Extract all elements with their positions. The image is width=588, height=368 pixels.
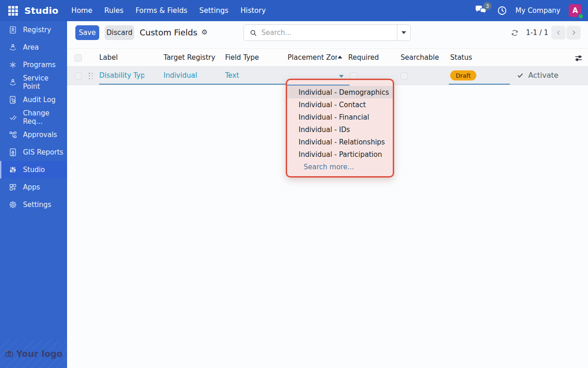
user-avatar[interactable]: A	[569, 4, 582, 17]
save-button[interactable]: Save	[75, 25, 99, 40]
menu-settings[interactable]: Settings	[198, 5, 230, 17]
table-header: Label Target Registry Field Type Placeme…	[67, 48, 588, 67]
sliders-filter-icon	[574, 54, 583, 63]
menu-forms-and-fields[interactable]: Forms & Fields	[135, 5, 188, 17]
sidebar-item-label: Settings	[23, 201, 51, 209]
sidebar-item-label: Approvals	[23, 131, 57, 139]
pagination-range: 1-1 / 1	[526, 29, 548, 37]
recent-activity-button[interactable]	[497, 6, 507, 16]
select-field-underline	[287, 85, 350, 86]
row-checkbox[interactable]	[74, 72, 82, 80]
menu-home[interactable]: Home	[70, 5, 93, 17]
sidebar-item-studio[interactable]: Studio	[0, 161, 67, 178]
sidebar-item-apps[interactable]: Apps	[0, 178, 67, 196]
company-menu[interactable]: My Company	[514, 6, 561, 15]
sidebar-item-label: Area	[23, 43, 39, 52]
previous-page-button[interactable]	[551, 26, 565, 40]
search-more-link[interactable]: Search more...	[287, 161, 393, 173]
cell-label[interactable]: Disability Typ	[99, 71, 144, 80]
column-header-text: Placement Zone	[288, 53, 337, 62]
messages-button[interactable]: 3	[474, 4, 490, 17]
messages-count-badge: 3	[483, 2, 492, 10]
grid-icon	[7, 5, 19, 17]
sidebar-item-label: Service Point	[23, 74, 67, 91]
sidebar-item-audit-log[interactable]: Audit Log	[0, 91, 67, 109]
left-sidebar: Registry Area Programs Service Point Aud…	[0, 21, 67, 368]
search-widget	[243, 24, 411, 41]
searchable-checkbox[interactable]	[401, 72, 408, 80]
chevron-right-icon	[571, 29, 577, 36]
page-title-text: Custom Fields	[140, 28, 198, 37]
top-navigation-bar: Studio Home Rules Forms & Fields Setting…	[0, 0, 588, 21]
check-pencil-icon	[8, 113, 17, 122]
person-care-icon	[8, 43, 17, 52]
dropdown-option-ids[interactable]: Individual - IDs	[287, 123, 393, 136]
column-settings-button[interactable]	[574, 54, 583, 63]
search-options-dropdown[interactable]	[397, 25, 410, 40]
sidebar-item-approvals[interactable]: Approvals	[0, 126, 67, 144]
activate-button[interactable]: Activate	[517, 71, 559, 80]
refresh-button[interactable]	[511, 29, 519, 37]
camera-icon	[5, 349, 14, 358]
dropdown-option-demographics[interactable]: Individual - Demographics	[287, 86, 393, 98]
online-status-dot	[578, 13, 584, 19]
menu-rules[interactable]: Rules	[103, 5, 124, 17]
menu-history[interactable]: History	[239, 5, 266, 17]
app-grid-icon[interactable]	[6, 4, 19, 17]
page-title: Custom Fields ⚙	[140, 28, 208, 37]
avatar-initial: A	[572, 6, 578, 15]
activate-label: Activate	[528, 71, 559, 80]
next-page-button[interactable]	[566, 26, 581, 40]
column-header-target-registry[interactable]: Target Registry	[164, 53, 215, 62]
cell-target-registry[interactable]: Individual	[164, 71, 197, 80]
sidebar-item-programs[interactable]: Programs	[0, 56, 67, 74]
refresh-icon	[511, 29, 519, 37]
placement-zone-dropdown: Individual - Demographics Individual - C…	[286, 79, 394, 178]
column-header-status[interactable]: Status	[450, 53, 472, 62]
status-badge[interactable]: Draft	[450, 70, 476, 80]
sidebar-item-label: Audit Log	[23, 96, 56, 104]
column-header-searchable[interactable]: Searchable	[401, 53, 439, 62]
cell-field-type[interactable]: Text	[225, 71, 239, 80]
page-settings-gear-icon[interactable]: ⚙	[202, 29, 208, 36]
select-all-checkbox[interactable]	[74, 54, 82, 62]
chevron-down-icon	[401, 31, 406, 34]
logo-text: Your logo	[17, 349, 63, 359]
sidebar-item-change-requests[interactable]: Change Req...	[0, 109, 67, 126]
topbar-right-cluster: 3 My Company A	[474, 4, 582, 17]
person-care-icon	[8, 78, 17, 87]
sidebar-item-label: GIS Reports	[23, 148, 63, 156]
sidebar-item-label: Studio	[23, 166, 45, 174]
dropdown-option-participation[interactable]: Individual - Participation	[287, 148, 393, 161]
dropdown-option-financial[interactable]: Individual - Financial	[287, 111, 393, 123]
sidebar-item-gis-reports[interactable]: GIS Reports	[0, 144, 67, 161]
sidebar-item-service-point[interactable]: Service Point	[0, 74, 67, 91]
snowflake-icon	[8, 60, 17, 69]
chevron-left-icon	[555, 29, 562, 36]
sliders-icon	[8, 165, 17, 174]
clock-icon	[497, 6, 507, 16]
sort-ascending-icon	[338, 56, 342, 58]
column-header-placement-zone[interactable]: Placement Zone	[288, 53, 342, 62]
search-input[interactable]	[261, 29, 397, 37]
brand-logo-placeholder: Your logo	[0, 339, 67, 368]
id-card-icon	[8, 25, 17, 34]
sidebar-item-settings[interactable]: Settings	[0, 196, 67, 213]
column-header-label[interactable]: Label	[99, 53, 118, 62]
sidebar-item-registry[interactable]: Registry	[0, 21, 67, 39]
sidebar-item-area[interactable]: Area	[0, 39, 67, 56]
gear-icon	[8, 200, 17, 209]
sidebar-item-label: Programs	[23, 61, 56, 69]
column-header-field-type[interactable]: Field Type	[225, 53, 259, 62]
placement-zone-select-caret[interactable]	[339, 75, 344, 78]
discard-button[interactable]: Discard	[105, 25, 134, 40]
dropdown-option-contact[interactable]: Individual - Contact	[287, 98, 393, 111]
main-content: Save Discard Custom Fields ⚙ 1-1 / 1 Lab…	[67, 21, 588, 368]
edit-underline-status	[449, 84, 510, 85]
check-icon	[517, 72, 524, 79]
apps-grid-plus-icon	[8, 183, 17, 192]
column-header-required[interactable]: Required	[348, 53, 379, 62]
sidebar-item-label: Change Req...	[23, 109, 67, 126]
dropdown-option-relationships[interactable]: Individual - Relationships	[287, 136, 393, 148]
drag-handle[interactable]	[89, 73, 94, 80]
